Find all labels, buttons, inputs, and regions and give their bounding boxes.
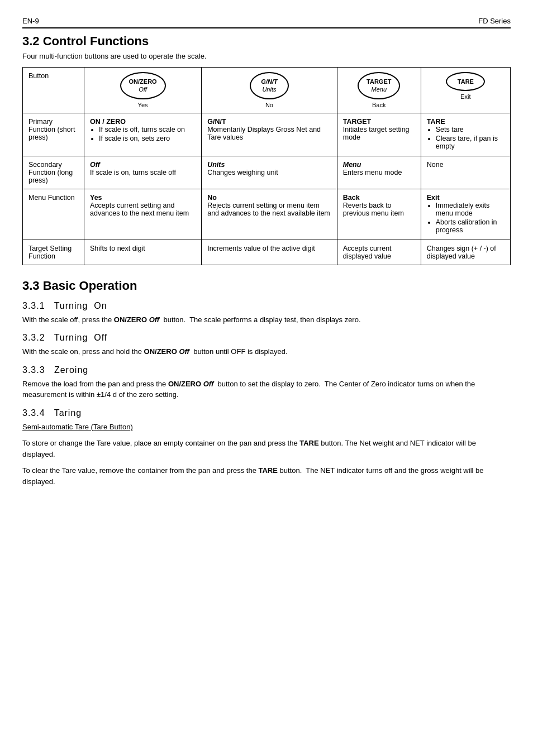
menu-target-body: Reverts back to previous menu item <box>343 202 404 217</box>
primary-target-body: Initiates target setting mode <box>343 126 410 141</box>
menu-gnt-body: Rejects current setting or menu item and… <box>207 202 330 217</box>
onzero-line2: Off <box>139 86 147 93</box>
control-table: Button ON/ZERO Off Yes G/N/T Units No <box>22 67 511 265</box>
secondary-target-body: Enters menu mode <box>343 169 402 176</box>
secondary-gnt-title: Units <box>207 161 225 169</box>
menu-tare-item1: Immediately exits menu mode <box>436 202 505 217</box>
menu-tare-cell: Exit Immediately exits menu mode Aborts … <box>421 189 510 240</box>
primary-gnt-cell: G/N/T Momentarily Displays Gross Net and… <box>202 113 337 156</box>
target-label-bottom: Back <box>343 102 415 108</box>
primary-onzero-list: If scale is off, turns scale on If scale… <box>99 126 196 142</box>
primary-tare-title: TARE <box>427 118 445 126</box>
332-bold1: ON/ZERO <box>144 347 177 356</box>
subsection-333-body: Remove the load from the pan and press t… <box>22 379 511 400</box>
334-subtitle: Semi-automatic Tare (Tare Button) <box>22 423 133 431</box>
button-cell-target: TARGET Menu Back <box>337 68 421 113</box>
menu-tare-list: Immediately exits menu mode Aborts calib… <box>436 202 505 234</box>
target-setting-gnt-body: Increments value of the active digit <box>207 245 315 252</box>
subsection-334-heading: 3.3.4 Taring <box>22 408 511 418</box>
target-setting-label: Target Setting Function <box>23 240 84 265</box>
header-left: EN-9 <box>22 17 39 25</box>
gnt-line1: G/N/T <box>261 78 277 85</box>
target-setting-target-cell: Accepts current displayed value <box>337 240 421 265</box>
primary-gnt-title: G/N/T <box>207 118 226 126</box>
secondary-gnt-body: Changes weighing unit <box>207 169 278 176</box>
menu-gnt-title: No <box>207 194 217 202</box>
target-line2: Menu <box>371 86 387 93</box>
333-bold1: ON/ZERO <box>168 380 201 388</box>
subsection-334-subtitle: Semi-automatic Tare (Tare Button) <box>22 422 511 433</box>
menu-onzero-title: Yes <box>90 194 102 202</box>
primary-function-row: Primary Function (short press) ON / ZERO… <box>23 113 511 156</box>
target-button: TARGET Menu <box>358 72 400 99</box>
secondary-function-row: Secondary Function (long press) Off If s… <box>23 156 511 189</box>
secondary-onzero-body: If scale is on, turns scale off <box>90 169 176 176</box>
button-cell-gnt: G/N/T Units No <box>202 68 337 113</box>
menu-target-cell: Back Reverts back to previous menu item <box>337 189 421 240</box>
header-right: FD Series <box>478 17 511 25</box>
subsection-331-heading: 3.3.1 Turning On <box>22 301 511 311</box>
subsection-331-body: With the scale off, press the ON/ZERO Of… <box>22 314 511 326</box>
secondary-target-title: Menu <box>343 161 361 169</box>
primary-tare-cell: TARE Sets tare Clears tare, if pan is em… <box>421 113 510 156</box>
section33-title: 3.3 Basic Operation <box>22 279 511 293</box>
primary-row-label: Primary Function (short press) <box>23 113 84 156</box>
button-cell-onzero: ON/ZERO Off Yes <box>84 68 202 113</box>
gnt-button: G/N/T Units <box>250 72 289 99</box>
334-bold2: TARE <box>259 466 278 475</box>
section32-desc: Four multi-function buttons are used to … <box>22 52 511 60</box>
primary-onzero-item1: If scale is off, turns scale on <box>99 126 196 133</box>
primary-target-title: TARGET <box>343 118 371 126</box>
subsection-334-para2: To clear the Tare value, remove the cont… <box>22 465 511 487</box>
333-bolditalic1: Off <box>203 380 214 388</box>
331-bolditalic1: Off <box>149 315 160 324</box>
tare-button: TARE <box>446 72 485 91</box>
332-bolditalic1: Off <box>179 347 189 356</box>
target-line1: TARGET <box>367 78 391 85</box>
primary-tare-item1: Sets tare <box>436 126 505 133</box>
subsection-334-para1: To store or change the Tare value, place… <box>22 438 511 460</box>
target-setting-tare-cell: Changes sign (+ / -) of displayed value <box>421 240 510 265</box>
menu-onzero-body: Accepts current setting and advances to … <box>90 202 189 217</box>
gnt-label-bottom: No <box>207 102 331 108</box>
target-setting-target-body: Accepts current displayed value <box>343 245 392 260</box>
target-setting-onzero-body: Shifts to next digit <box>90 245 145 252</box>
menu-gnt-cell: No Rejects current setting or menu item … <box>202 189 337 240</box>
secondary-tare-body: None <box>427 161 444 169</box>
section32-title: 3.2 Control Functions <box>22 34 511 49</box>
subsection-332-body: With the scale on, press and hold the ON… <box>22 346 511 357</box>
primary-gnt-body: Momentarily Displays Gross Net and Tare … <box>207 126 321 141</box>
target-setting-row: Target Setting Function Shifts to next d… <box>23 240 511 265</box>
menu-onzero-cell: Yes Accepts current setting and advances… <box>84 189 202 240</box>
tare-label-bottom: Exit <box>427 93 505 100</box>
primary-onzero-cell: ON / ZERO If scale is off, turns scale o… <box>84 113 202 156</box>
target-setting-gnt-cell: Increments value of the active digit <box>202 240 337 265</box>
target-setting-tare-body: Changes sign (+ / -) of displayed value <box>427 245 496 260</box>
secondary-tare-cell: None <box>421 156 510 189</box>
primary-tare-item2: Clears tare, if pan is empty <box>436 135 505 150</box>
menu-tare-item2: Aborts calibration in progress <box>436 218 505 234</box>
menu-target-title: Back <box>343 194 360 202</box>
primary-onzero-item2: If scale is on, sets zero <box>99 135 196 142</box>
tare-line1: TARE <box>458 78 474 85</box>
page-header: EN-9 FD Series <box>22 17 511 28</box>
onzero-label-bottom: Yes <box>90 102 196 108</box>
334-bold1: TARE <box>299 439 318 447</box>
331-bold1: ON/ZERO <box>114 315 147 324</box>
target-setting-onzero-cell: Shifts to next digit <box>84 240 202 265</box>
secondary-gnt-cell: Units Changes weighing unit <box>202 156 337 189</box>
menu-function-row: Menu Function Yes Accepts current settin… <box>23 189 511 240</box>
button-cell-tare: TARE Exit <box>421 68 510 113</box>
secondary-onzero-cell: Off If scale is on, turns scale off <box>84 156 202 189</box>
menu-row-label: Menu Function <box>23 189 84 240</box>
secondary-onzero-title: Off <box>90 161 100 169</box>
primary-target-cell: TARGET Initiates target setting mode <box>337 113 421 156</box>
gnt-line2: Units <box>262 86 276 93</box>
primary-tare-list: Sets tare Clears tare, if pan is empty <box>436 126 505 150</box>
onzero-button: ON/ZERO Off <box>120 72 166 99</box>
subsection-332-heading: 3.3.2 Turning Off <box>22 333 511 343</box>
button-row: Button ON/ZERO Off Yes G/N/T Units No <box>23 68 511 113</box>
subsection-333-heading: 3.3.3 Zeroing <box>22 365 511 375</box>
secondary-row-label: Secondary Function (long press) <box>23 156 84 189</box>
primary-onzero-title: ON / ZERO <box>90 118 126 126</box>
